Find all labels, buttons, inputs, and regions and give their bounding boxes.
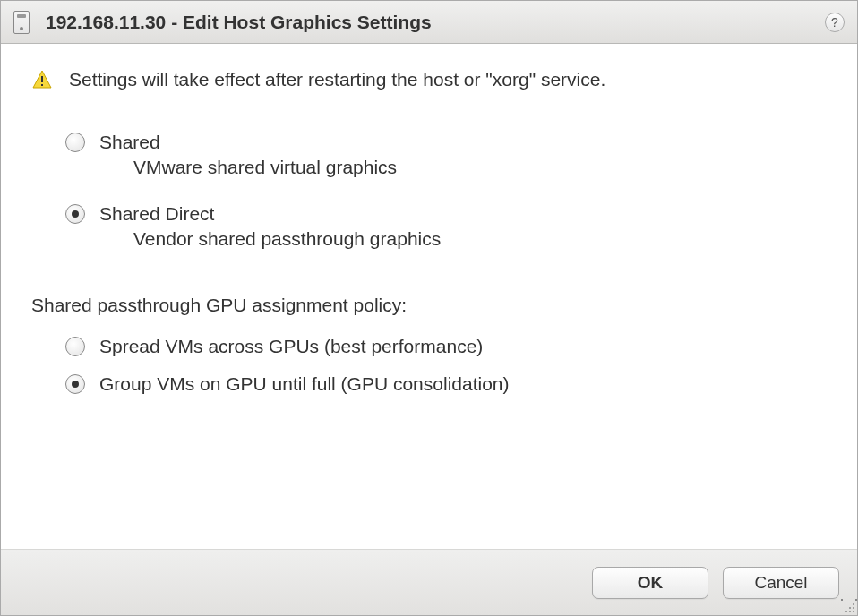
svg-point-7 [853, 611, 854, 612]
ok-button[interactable]: OK [592, 567, 708, 599]
graphics-mode-shared-direct[interactable]: Shared Direct [65, 203, 827, 225]
radio-icon [65, 337, 85, 356]
dialog-content: Settings will take effect after restarti… [1, 44, 857, 549]
dialog-footer: OK Cancel [1, 549, 857, 615]
warning-icon [31, 69, 53, 90]
graphics-mode-group: Shared VMware shared virtual graphics Sh… [31, 132, 827, 250]
titlebar: 192.168.11.30 - Edit Host Graphics Setti… [1, 1, 857, 44]
svg-point-5 [845, 611, 847, 612]
help-icon[interactable]: ? [825, 13, 845, 32]
warning-message: Settings will take effect after restarti… [31, 69, 827, 90]
graphics-mode-shared[interactable]: Shared [65, 132, 827, 153]
policy-spread[interactable]: Spread VMs across GPUs (best performance… [65, 336, 827, 357]
svg-rect-1 [41, 84, 43, 86]
radio-icon [65, 133, 85, 152]
policy-group-consolidation[interactable]: Group VMs on GPU until full (GPU consoli… [65, 373, 827, 395]
radio-label: Spread VMs across GPUs (best performance… [99, 336, 483, 357]
svg-rect-0 [41, 76, 43, 82]
radio-label: Group VMs on GPU until full (GPU consoli… [99, 373, 510, 395]
resize-grip-icon[interactable] [841, 599, 855, 613]
policy-group: Spread VMs across GPUs (best performance… [31, 336, 827, 395]
radio-label: Shared [99, 132, 160, 153]
radio-icon [65, 374, 85, 394]
graphics-mode-shared-desc: VMware shared virtual graphics [65, 157, 827, 178]
cancel-button[interactable]: Cancel [723, 567, 839, 599]
host-icon [13, 11, 30, 34]
svg-point-4 [853, 607, 854, 609]
svg-point-6 [849, 611, 851, 612]
radio-label: Shared Direct [99, 203, 214, 225]
svg-point-3 [849, 607, 851, 609]
graphics-mode-shared-direct-desc: Vendor shared passthrough graphics [65, 228, 827, 250]
svg-point-2 [853, 603, 854, 605]
policy-section-label: Shared passthrough GPU assignment policy… [31, 295, 827, 316]
warning-text: Settings will take effect after restarti… [69, 69, 605, 90]
radio-icon [65, 204, 85, 224]
dialog-title: 192.168.11.30 - Edit Host Graphics Setti… [46, 12, 432, 33]
